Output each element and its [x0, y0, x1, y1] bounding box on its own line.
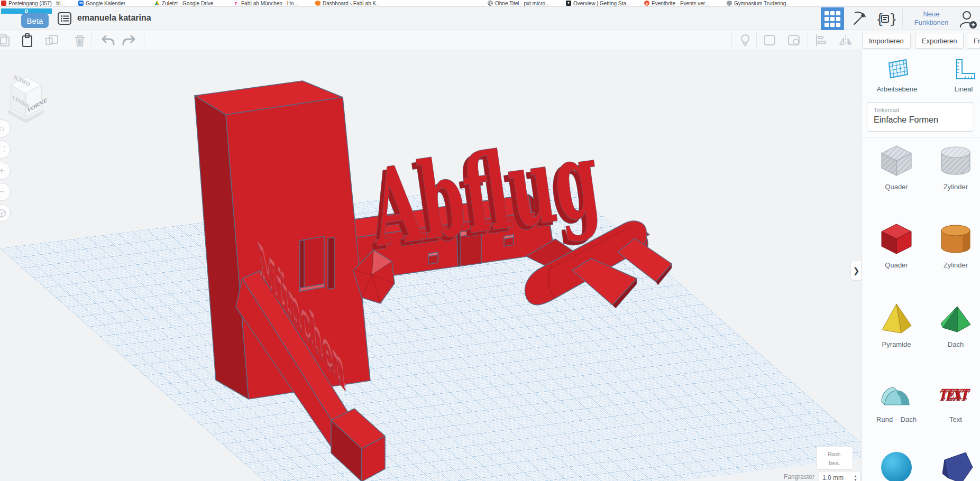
undo-icon[interactable] — [99, 33, 116, 49]
bookmark-overview[interactable]: ✦ Overview | Getting Sta... — [566, 0, 630, 6]
perspective-cube-icon — [0, 208, 6, 218]
paste-icon[interactable] — [20, 33, 36, 50]
bookmark-label: Overview | Getting Sta... — [573, 1, 630, 6]
shape-category-select[interactable]: Tinkercad Einfache Formen — [867, 102, 974, 132]
minecraft-pickaxe-icon[interactable] — [850, 10, 867, 29]
shape-label: Zylinder — [930, 183, 980, 191]
shape-tile-zylinder-hole[interactable]: Zylinder — [930, 144, 980, 191]
shape-label: Pyramide — [871, 340, 922, 348]
shape-tile-text[interactable]: TEXT TEXT Text — [930, 376, 980, 423]
shape-tile-zylinder-orange[interactable]: Zylinder — [930, 222, 980, 269]
bookmark-label: Posteingang (357) - bl... — [8, 1, 65, 6]
shape-tile-rund-dach[interactable]: Rund – Dach — [871, 376, 922, 423]
shape-label: Dach — [930, 340, 980, 348]
category-brand: Tinkercad — [874, 107, 967, 113]
ruler-icon — [951, 58, 976, 81]
panel-divider — [862, 98, 980, 98]
snap-grid-select[interactable]: 1.0 mm ▲▼ — [819, 471, 861, 481]
shapes-panel: Arbeitsebene Lineal Tinkercad Einfache F… — [861, 50, 980, 481]
new-features-link[interactable]: Neue Funktionen — [902, 8, 960, 29]
bookmark-google-kalender[interactable]: 28 Google Kalender — [78, 0, 125, 6]
dashboard-grid-button[interactable] — [821, 7, 844, 30]
shape-label: Quader — [871, 183, 922, 191]
shape-tile-pyramide[interactable]: Pyramide — [871, 301, 922, 348]
toolbar-divider — [91, 32, 91, 47]
bookmark-google-drive[interactable]: Zuletzt - Google Drive — [154, 0, 213, 6]
fablab-icon: T — [233, 0, 239, 6]
home-icon: ⌂ — [0, 124, 4, 133]
design-title[interactable]: emanuela katarina — [77, 13, 151, 23]
eventbrite-icon: e — [644, 1, 649, 6]
shape-tile-polygon[interactable] — [930, 448, 980, 481]
shape-tile-dach[interactable]: Dach — [930, 301, 980, 348]
edit-toolbar: Importieren Exportieren Freige — [0, 30, 980, 50]
duplicate-icon[interactable] — [44, 33, 60, 49]
edit-grid-button[interactable]: Rast. bea. — [816, 447, 853, 470]
panel-collapse-tab[interactable]: ❯ — [850, 261, 861, 281]
round-roof-teal-icon — [878, 376, 915, 410]
import-button[interactable]: Importieren — [862, 33, 911, 49]
bookmark-fablab[interactable]: T FabLab München - Ho... — [233, 0, 298, 6]
crest-icon — [727, 1, 732, 6]
minus-icon: − — [0, 187, 4, 197]
browser-bookmarks-bar: Posteingang (357) - bl... 28 Google Kale… — [0, 0, 980, 6]
dark-app-icon: ✦ — [566, 1, 571, 6]
group-icon[interactable] — [762, 33, 777, 49]
shape-label: Quader — [871, 261, 922, 269]
fit-view-icon: ⛶ — [0, 145, 5, 154]
3d-scene: Abflug Abflug — [0, 50, 861, 481]
ruler-tool[interactable]: Lineal — [940, 58, 980, 93]
view-cube[interactable]: OBEN LINKS VORNE — [3, 70, 49, 127]
cylinder-orange-icon — [937, 222, 974, 256]
shape-tile-kugel[interactable] — [871, 448, 922, 481]
app-header: I N E R A D Beta emanuela katarina { } N… — [0, 6, 980, 30]
bookmark-label: Eventbrite - Events ver... — [652, 1, 709, 6]
new-features-line2: Funktionen — [906, 18, 957, 27]
beta-badge[interactable]: Beta — [21, 13, 49, 28]
bookmark-dashboard[interactable]: Dashboard ‹ FabLab K... — [315, 0, 381, 6]
export-button[interactable]: Exportieren — [915, 33, 964, 49]
ungroup-icon[interactable] — [786, 33, 802, 49]
design-properties-icon[interactable] — [57, 12, 72, 27]
copy-icon[interactable] — [0, 33, 12, 49]
bookmark-ohne-titel[interactable]: Ohne Titel - pxt.micro... — [488, 0, 549, 6]
invite-user-icon[interactable] — [958, 10, 979, 31]
bookmark-gymnasium[interactable]: Gymnasium Trudering... — [727, 0, 791, 6]
drive-icon — [154, 1, 160, 6]
redo-icon[interactable] — [121, 33, 138, 49]
globe-icon — [488, 1, 493, 6]
shape-tile-quader-red[interactable]: Quader — [871, 222, 922, 269]
calendar-28-icon: 28 — [78, 1, 84, 6]
bookmark-eventbrite[interactable]: e Eventbrite - Events ver... — [644, 0, 709, 6]
plus-icon: + — [0, 166, 4, 175]
bookmark-label: Ohne Titel - pxt.micro... — [495, 1, 549, 6]
roof-green-icon — [937, 301, 974, 335]
bookmark-posteingang[interactable]: Posteingang (357) - bl... — [1, 0, 65, 6]
workplane-label: Arbeitsebene — [873, 85, 921, 93]
align-icon[interactable] — [813, 33, 828, 49]
shape-label: Rund – Dach — [871, 415, 922, 423]
toolbar-divider — [144, 32, 144, 47]
spinner-arrows-icon[interactable]: ▲▼ — [854, 474, 857, 481]
cube-red-icon — [878, 222, 915, 256]
toolbar-divider — [808, 32, 808, 47]
delete-icon[interactable] — [72, 33, 88, 50]
svg-text:Abflug: Abflug — [363, 116, 607, 271]
cube-hole-icon — [878, 144, 915, 178]
code-blocks-icon[interactable]: { } — [875, 11, 896, 29]
pyramid-yellow-icon — [878, 301, 915, 335]
ruler-label: Lineal — [940, 85, 980, 93]
sphere-blue-icon — [878, 448, 915, 481]
snap-grid-label: Fangraster — [751, 473, 814, 480]
shape-label: Text — [930, 415, 980, 423]
shape-tile-quader-hole[interactable]: Quader — [871, 144, 922, 191]
3d-viewport[interactable]: Abflug Abflug — [0, 50, 861, 481]
chevron-right-icon: ❯ — [853, 266, 860, 275]
bookmark-label: Dashboard ‹ FabLab K... — [323, 1, 381, 6]
share-button[interactable]: Freige — [967, 33, 980, 49]
mirror-icon[interactable] — [838, 33, 854, 49]
workplane-tool[interactable]: Arbeitsebene — [873, 58, 921, 93]
show-all-lightbulb-icon[interactable] — [738, 33, 753, 50]
edit-grid-label-line1: Rast. — [817, 450, 853, 459]
bookmark-label: FabLab München - Ho... — [241, 1, 298, 6]
